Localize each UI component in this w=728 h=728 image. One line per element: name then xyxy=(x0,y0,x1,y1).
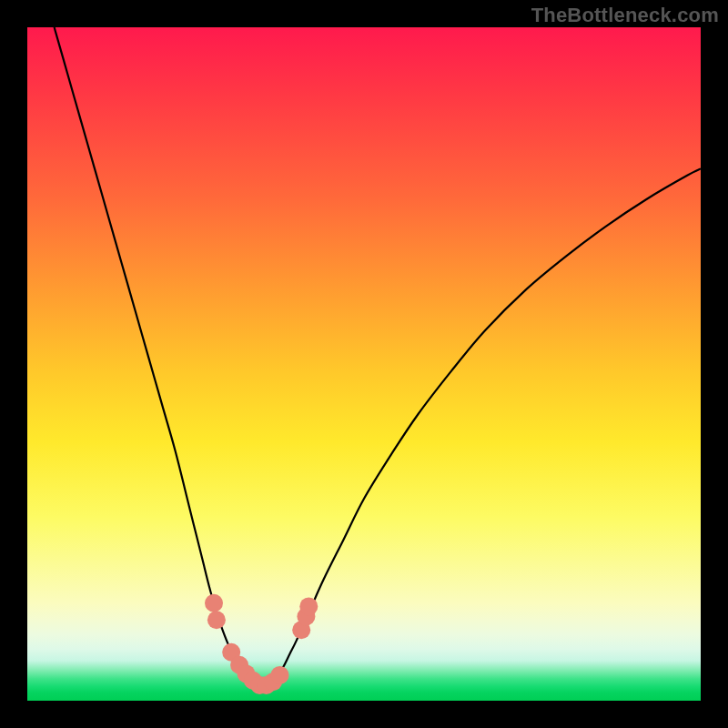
trough-markers xyxy=(205,594,318,694)
trough-marker xyxy=(299,597,318,615)
trough-marker xyxy=(271,666,289,684)
curve-overlay xyxy=(27,27,701,701)
curve-left-branch xyxy=(55,27,263,687)
trough-marker xyxy=(205,594,223,612)
watermark-text: TheBottleneck.com xyxy=(531,4,719,27)
chart-frame: TheBottleneck.com xyxy=(0,0,728,728)
plot-area xyxy=(27,27,701,701)
curve-right-branch xyxy=(263,168,701,687)
trough-marker xyxy=(207,611,226,629)
